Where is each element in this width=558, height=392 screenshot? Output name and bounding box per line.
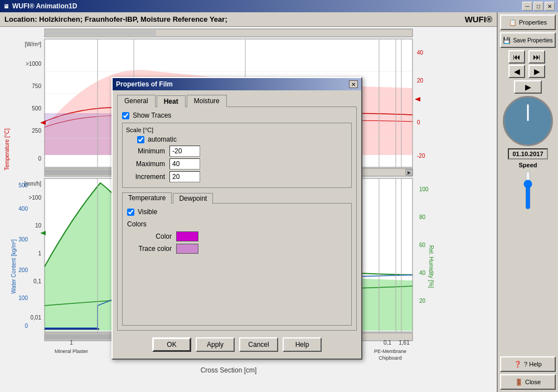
svg-text:Temperature [°C]: Temperature [°C]: [4, 128, 10, 171]
minimum-row: Minimum: [126, 146, 348, 157]
scale-label: Scale [°C]: [126, 127, 348, 133]
help-button[interactable]: Help: [283, 337, 322, 352]
svg-text:10: 10: [35, 222, 42, 229]
app-icon: 🖥: [3, 3, 9, 9]
svg-text:▶: ▶: [407, 170, 411, 175]
dialog-title-bar: Properties of Film ✕: [113, 78, 361, 90]
auto-checkbox-row: automatic: [137, 135, 348, 143]
location-text: Location: Holzkirchen; Fraunhofer-IBP, M…: [4, 15, 227, 23]
svg-text:1: 1: [38, 250, 41, 257]
svg-text:Cross Section [cm]: Cross Section [cm]: [201, 366, 257, 374]
ok-button[interactable]: OK: [152, 337, 191, 352]
close-sidebar-button[interactable]: 🚪 Close: [500, 374, 556, 390]
clock-hand: [527, 104, 529, 121]
svg-text:100: 100: [18, 295, 28, 301]
location-bar: Location: Holzkirchen; Fraunhofer-IBP, M…: [0, 12, 497, 27]
svg-text:0,1: 0,1: [33, 278, 41, 284]
main-tab-bar: General Heat Moisture: [117, 95, 357, 107]
show-traces-row: Show Traces: [122, 112, 352, 119]
help-icon: ❓: [514, 361, 522, 368]
color-row: Color: [127, 231, 347, 241]
svg-text:Mineral Plaster: Mineral Plaster: [55, 349, 88, 354]
svg-text:20: 20: [419, 298, 426, 304]
save-icon: 💾: [503, 37, 511, 44]
tab-general[interactable]: General: [117, 95, 156, 107]
svg-text:400: 400: [18, 206, 28, 212]
minimum-label: Minimum: [126, 147, 165, 155]
properties-dialog: Properties of Film ✕ General Heat Moistu…: [111, 77, 362, 360]
date-display: 01.10.2017: [508, 148, 547, 159]
apply-button[interactable]: Apply: [196, 337, 235, 352]
sub-tab-temperature[interactable]: Temperature: [122, 192, 172, 204]
close-icon: 🚪: [515, 379, 523, 386]
dialog-content: General Heat Moisture Show Traces Scale …: [113, 90, 361, 359]
svg-text:>1000: >1000: [26, 61, 42, 67]
svg-text:300: 300: [18, 236, 28, 243]
nav-prev-start[interactable]: ⏮: [508, 50, 525, 64]
trace-color-swatch[interactable]: [176, 244, 198, 254]
automatic-checkbox[interactable]: [137, 136, 144, 143]
svg-text:Chipboard: Chipboard: [379, 355, 402, 361]
maximize-button[interactable]: □: [533, 2, 544, 11]
svg-text:40: 40: [419, 270, 426, 276]
svg-text:100: 100: [419, 186, 429, 192]
colors-section: Colors Color Trace color: [127, 220, 347, 254]
svg-text:0,01: 0,01: [31, 314, 42, 321]
nav-next[interactable]: ▶: [528, 65, 545, 78]
sidebar-bottom: ❓ ? Help 🚪 Close: [500, 356, 556, 390]
svg-text:250: 250: [32, 128, 41, 134]
svg-text:Rel. Humidity [%]: Rel. Humidity [%]: [428, 245, 434, 288]
dialog-close-button[interactable]: ✕: [349, 80, 358, 88]
close-window-button[interactable]: ✕: [545, 2, 555, 11]
svg-text:40: 40: [417, 50, 424, 56]
svg-text:500: 500: [18, 182, 28, 188]
color-label: Color: [127, 233, 172, 240]
svg-rect-1: [45, 30, 156, 36]
maximum-input[interactable]: [169, 158, 200, 170]
sub-tab-dewpoint[interactable]: Dewpoint: [173, 193, 213, 204]
increment-row: Increment: [126, 171, 348, 182]
maximum-row: Maximum: [126, 158, 348, 170]
chart-area: Location: Holzkirchen; Fraunhofer-IBP, M…: [0, 12, 497, 392]
app-title: WUFI® Animation1D: [12, 2, 77, 10]
clock-display: [503, 96, 553, 146]
svg-text:60: 60: [419, 242, 426, 248]
svg-text:[W/m²]: [W/m²]: [25, 41, 42, 47]
tab-heat[interactable]: Heat: [157, 95, 186, 108]
svg-text:-20: -20: [417, 153, 425, 159]
cancel-button[interactable]: Cancel: [239, 337, 278, 352]
close-label: Close: [525, 379, 541, 385]
maximum-label: Maximum: [126, 160, 165, 168]
show-traces-checkbox[interactable]: [122, 112, 129, 119]
svg-text:200: 200: [18, 267, 28, 273]
help-sidebar-button[interactable]: ❓ ? Help: [500, 356, 556, 372]
visible-section: Visible: [127, 208, 347, 216]
sub-tab-bar: Temperature Dewpoint: [122, 192, 352, 204]
svg-text:80: 80: [419, 214, 426, 220]
save-properties-button[interactable]: 💾 Save Properties: [500, 32, 556, 48]
svg-marker-51: [40, 231, 46, 235]
automatic-label: automatic: [148, 135, 177, 143]
nav-next-end[interactable]: ⏭: [528, 50, 545, 64]
play-button[interactable]: ▶: [514, 80, 542, 94]
dialog-buttons: OK Apply Cancel Help: [117, 335, 357, 354]
tab-moisture[interactable]: Moisture: [187, 95, 227, 107]
visible-checkbox[interactable]: [127, 209, 134, 216]
svg-text:20: 20: [417, 78, 424, 84]
color-swatch[interactable]: [176, 231, 198, 241]
title-bar: 🖥 WUFI® Animation1D ─ □ ✕: [0, 0, 558, 12]
increment-input[interactable]: [169, 171, 200, 182]
help-label: ? Help: [524, 361, 542, 367]
nav-controls: ⏮ ⏭ ◀ ▶: [508, 50, 547, 78]
nav-prev[interactable]: ◀: [508, 65, 525, 78]
svg-text:>100: >100: [28, 195, 41, 201]
properties-label: Properties: [519, 19, 547, 26]
visible-label: Visible: [138, 208, 157, 216]
heat-tab-content: Show Traces Scale [°C] automatic Minimum: [117, 107, 357, 331]
minimum-input[interactable]: [169, 146, 200, 157]
svg-text:500: 500: [32, 105, 41, 112]
speed-slider[interactable]: [522, 171, 533, 210]
properties-button[interactable]: 📋 Properties: [500, 14, 556, 30]
svg-text:0,1: 0,1: [384, 340, 391, 346]
minimize-button[interactable]: ─: [522, 2, 532, 11]
